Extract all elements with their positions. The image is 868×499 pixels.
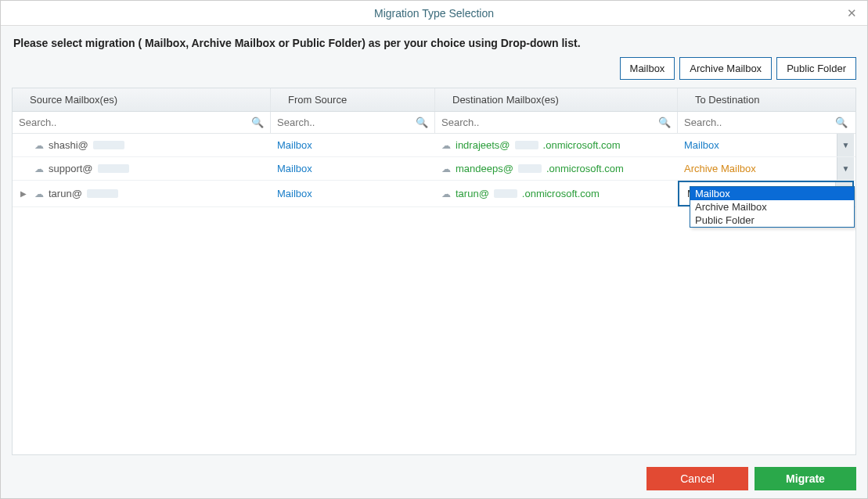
titlebar: Migration Type Selection ✕ <box>1 1 867 26</box>
redacted-text <box>98 164 129 173</box>
search-row: 🔍 🔍 🔍 🔍 <box>13 112 855 134</box>
close-icon[interactable]: ✕ <box>844 5 859 21</box>
filter-button-row: Mailbox Archive Mailbox Public Folder <box>1 57 867 88</box>
cancel-button[interactable]: Cancel <box>646 467 748 490</box>
migration-dialog: Migration Type Selection ✕ Please select… <box>0 0 868 499</box>
col-to-destination[interactable]: To Destination <box>678 88 854 111</box>
dest-email-prefix: mandeeps@ <box>456 163 513 174</box>
dest-email-suffix: .onmicrosoft.com <box>543 139 621 151</box>
to-destination-dropdown[interactable]: Mailbox Archive Mailbox Public Folder <box>690 186 855 228</box>
cloud-icon: ☁ <box>34 188 44 199</box>
source-email-prefix: shashi@ <box>49 139 88 151</box>
from-source-cell[interactable]: Mailbox <box>271 134 435 156</box>
dropdown-option-public[interactable]: Public Folder <box>690 214 854 227</box>
col-from-source[interactable]: From Source <box>271 88 435 111</box>
from-source-value: Mailbox <box>277 139 312 151</box>
cloud-icon: ☁ <box>441 188 451 199</box>
migration-table: Source Mailbox(es) From Source Destinati… <box>12 88 856 455</box>
source-mailbox-cell[interactable]: ☁support@ <box>13 157 271 180</box>
redacted-text <box>87 189 118 198</box>
search-to-input[interactable] <box>678 112 854 133</box>
dialog-title: Migration Type Selection <box>374 7 494 20</box>
dest-email-prefix: tarun@ <box>456 188 489 199</box>
to-destination-value: Mailbox <box>684 139 719 151</box>
table-row[interactable]: ☁support@Mailbox☁mandeeps@.onmicrosoft.c… <box>13 157 855 181</box>
dialog-footer: Cancel Migrate <box>646 467 856 490</box>
col-destination[interactable]: Destination Mailbox(es) <box>435 88 678 111</box>
filter-archive-button[interactable]: Archive Mailbox <box>679 57 772 80</box>
chevron-down-icon[interactable]: ▼ <box>837 134 854 156</box>
to-destination-cell[interactable]: Mailbox▼ <box>678 134 854 156</box>
dropdown-option-archive[interactable]: Archive Mailbox <box>690 200 854 214</box>
dest-email-suffix: .onmicrosoft.com <box>546 163 624 174</box>
cloud-icon: ☁ <box>441 163 451 174</box>
source-email-prefix: tarun@ <box>49 188 82 199</box>
source-mailbox-cell[interactable]: ▶☁tarun@ <box>13 181 271 206</box>
instruction-text: Please select migration ( Mailbox, Archi… <box>1 26 867 57</box>
cloud-icon: ☁ <box>34 163 44 174</box>
table-header-row: Source Mailbox(es) From Source Destinati… <box>13 88 855 112</box>
chevron-down-icon[interactable]: ▼ <box>837 157 854 180</box>
search-source-input[interactable] <box>13 112 270 133</box>
to-destination-value: Archive Mailbox <box>684 163 756 174</box>
dropdown-option-mailbox[interactable]: Mailbox <box>690 187 854 200</box>
source-email-prefix: support@ <box>49 163 93 174</box>
from-source-cell[interactable]: Mailbox <box>271 181 435 206</box>
destination-mailbox-cell[interactable]: ☁indrajeets@.onmicrosoft.com <box>435 134 678 156</box>
filter-mailbox-button[interactable]: Mailbox <box>620 57 675 80</box>
from-source-value: Mailbox <box>277 188 312 199</box>
redacted-text <box>515 141 538 149</box>
from-source-value: Mailbox <box>277 163 312 174</box>
from-source-cell[interactable]: Mailbox <box>271 157 435 180</box>
cloud-icon: ☁ <box>34 140 44 151</box>
filter-public-button[interactable]: Public Folder <box>776 57 856 80</box>
redacted-text <box>518 164 542 173</box>
migrate-button[interactable]: Migrate <box>755 467 856 490</box>
expand-icon[interactable]: ▶ <box>20 189 27 198</box>
source-mailbox-cell[interactable]: ☁shashi@ <box>13 134 271 156</box>
dest-email-suffix: .onmicrosoft.com <box>522 188 600 199</box>
search-from-input[interactable] <box>271 112 434 133</box>
to-destination-cell[interactable]: Archive Mailbox▼ <box>678 157 854 180</box>
col-source[interactable]: Source Mailbox(es) <box>13 88 271 111</box>
dest-email-prefix: indrajeets@ <box>456 139 510 151</box>
redacted-text <box>494 189 517 198</box>
cloud-icon: ☁ <box>441 140 451 151</box>
redacted-text <box>93 141 124 149</box>
table-row[interactable]: ☁shashi@Mailbox☁indrajeets@.onmicrosoft.… <box>13 134 855 157</box>
search-dest-input[interactable] <box>435 112 677 133</box>
destination-mailbox-cell[interactable]: ☁tarun@.onmicrosoft.com <box>435 181 678 206</box>
destination-mailbox-cell[interactable]: ☁mandeeps@.onmicrosoft.com <box>435 157 678 180</box>
